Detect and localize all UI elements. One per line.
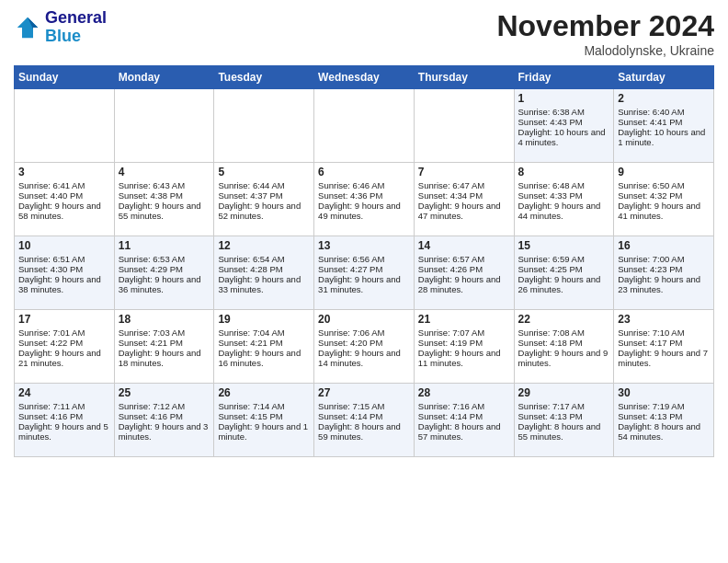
calendar-cell: 26Sunrise: 7:14 AMSunset: 4:15 PMDayligh…: [214, 384, 314, 457]
sunrise-text: Sunrise: 7:01 AM: [18, 327, 110, 338]
col-tuesday: Tuesday: [214, 66, 314, 89]
daylight-text: Daylight: 9 hours and 5 minutes.: [18, 421, 110, 442]
calendar-cell: 2Sunrise: 6:40 AMSunset: 4:41 PMDaylight…: [614, 89, 714, 163]
sunrise-text: Sunrise: 7:17 AM: [518, 401, 610, 411]
daylight-text: Daylight: 9 hours and 16 minutes.: [218, 348, 310, 368]
calendar-week-3: 17Sunrise: 7:01 AMSunset: 4:22 PMDayligh…: [15, 310, 714, 384]
sunset-text: Sunset: 4:23 PM: [618, 264, 710, 274]
sunrise-text: Sunrise: 6:59 AM: [518, 254, 610, 264]
sunrise-text: Sunrise: 7:08 AM: [518, 327, 610, 338]
daylight-text: Daylight: 9 hours and 18 minutes.: [119, 348, 210, 368]
calendar-cell: 7Sunrise: 6:47 AMSunset: 4:34 PMDaylight…: [414, 163, 514, 236]
calendar-cell: 27Sunrise: 7:15 AMSunset: 4:14 PMDayligh…: [314, 384, 415, 457]
daylight-text: Daylight: 8 hours and 55 minutes.: [518, 421, 610, 442]
day-number: 12: [218, 239, 310, 252]
sunset-text: Sunset: 4:43 PM: [518, 117, 610, 127]
day-number: 13: [318, 239, 410, 252]
sunset-text: Sunset: 4:18 PM: [518, 338, 610, 348]
sunset-text: Sunset: 4:14 PM: [418, 411, 510, 421]
sunrise-text: Sunrise: 6:44 AM: [218, 180, 310, 190]
daylight-text: Daylight: 9 hours and 3 minutes.: [119, 421, 210, 442]
col-sunday: Sunday: [15, 66, 115, 89]
day-number: 23: [618, 313, 710, 326]
calendar-cell: 19Sunrise: 7:04 AMSunset: 4:21 PMDayligh…: [214, 310, 314, 384]
sunrise-text: Sunrise: 6:41 AM: [18, 180, 110, 190]
calendar-body: 1Sunrise: 6:38 AMSunset: 4:43 PMDaylight…: [15, 89, 714, 457]
daylight-text: Daylight: 9 hours and 14 minutes.: [318, 348, 410, 368]
daylight-text: Daylight: 9 hours and 9 minutes.: [518, 348, 610, 368]
calendar-cell: 16Sunrise: 7:00 AMSunset: 4:23 PMDayligh…: [614, 236, 714, 310]
sunset-text: Sunset: 4:21 PM: [218, 338, 310, 348]
sunset-text: Sunset: 4:17 PM: [618, 338, 710, 348]
sunset-text: Sunset: 4:14 PM: [318, 411, 410, 421]
sunset-text: Sunset: 4:30 PM: [18, 264, 110, 274]
month-title: November 2024: [496, 9, 714, 43]
logo-text: General Blue: [45, 9, 107, 46]
calendar-cell: 11Sunrise: 6:53 AMSunset: 4:29 PMDayligh…: [114, 236, 214, 310]
day-number: 9: [618, 166, 710, 178]
sunrise-text: Sunrise: 6:56 AM: [318, 254, 410, 264]
day-number: 14: [418, 239, 510, 252]
daylight-text: Daylight: 8 hours and 59 minutes.: [318, 421, 410, 442]
logo-line1: General: [45, 9, 107, 28]
sunrise-text: Sunrise: 7:15 AM: [318, 401, 410, 411]
calendar-cell: 17Sunrise: 7:01 AMSunset: 4:22 PMDayligh…: [15, 310, 115, 384]
calendar-week-0: 1Sunrise: 6:38 AMSunset: 4:43 PMDaylight…: [15, 89, 714, 163]
sunrise-text: Sunrise: 6:46 AM: [318, 180, 410, 190]
header-row: Sunday Monday Tuesday Wednesday Thursday…: [15, 66, 714, 89]
sunrise-text: Sunrise: 6:40 AM: [618, 107, 710, 117]
sunrise-text: Sunrise: 6:43 AM: [119, 180, 210, 190]
logo: General Blue: [14, 9, 107, 46]
sunset-text: Sunset: 4:26 PM: [418, 264, 510, 274]
sunset-text: Sunset: 4:16 PM: [18, 411, 110, 421]
sunrise-text: Sunrise: 7:14 AM: [218, 401, 310, 411]
calendar-cell: [414, 89, 514, 163]
calendar-week-1: 3Sunrise: 6:41 AMSunset: 4:40 PMDaylight…: [15, 163, 714, 236]
calendar-cell: 5Sunrise: 6:44 AMSunset: 4:37 PMDaylight…: [214, 163, 314, 236]
calendar-table: Sunday Monday Tuesday Wednesday Thursday…: [14, 65, 714, 457]
sunrise-text: Sunrise: 6:53 AM: [119, 254, 210, 264]
calendar-cell: 6Sunrise: 6:46 AMSunset: 4:36 PMDaylight…: [314, 163, 415, 236]
day-number: 18: [119, 313, 210, 326]
sunrise-text: Sunrise: 7:10 AM: [618, 327, 710, 338]
day-number: 17: [18, 313, 110, 326]
sunrise-text: Sunrise: 6:57 AM: [418, 254, 510, 264]
day-number: 21: [418, 313, 510, 326]
calendar-cell: 29Sunrise: 7:17 AMSunset: 4:13 PMDayligh…: [514, 384, 614, 457]
day-number: 8: [518, 166, 610, 178]
calendar-cell: 23Sunrise: 7:10 AMSunset: 4:17 PMDayligh…: [614, 310, 714, 384]
daylight-text: Daylight: 9 hours and 21 minutes.: [18, 348, 110, 368]
calendar-cell: 3Sunrise: 6:41 AMSunset: 4:40 PMDaylight…: [15, 163, 115, 236]
logo-line2: Blue: [45, 27, 81, 45]
sunset-text: Sunset: 4:25 PM: [518, 264, 610, 274]
daylight-text: Daylight: 9 hours and 7 minutes.: [618, 348, 710, 368]
day-number: 5: [218, 166, 310, 178]
calendar-header: Sunday Monday Tuesday Wednesday Thursday…: [15, 66, 714, 89]
day-number: 10: [18, 239, 110, 252]
sunrise-text: Sunrise: 7:12 AM: [119, 401, 210, 411]
sunset-text: Sunset: 4:19 PM: [418, 338, 510, 348]
day-number: 16: [618, 239, 710, 252]
day-number: 24: [18, 386, 110, 399]
daylight-text: Daylight: 9 hours and 41 minutes.: [618, 201, 710, 221]
sunset-text: Sunset: 4:38 PM: [119, 190, 210, 201]
col-monday: Monday: [114, 66, 214, 89]
daylight-text: Daylight: 9 hours and 38 minutes.: [18, 274, 110, 294]
daylight-text: Daylight: 10 hours and 1 minute.: [618, 127, 710, 147]
daylight-text: Daylight: 9 hours and 44 minutes.: [518, 201, 610, 221]
day-number: 19: [218, 313, 310, 326]
sunset-text: Sunset: 4:34 PM: [418, 190, 510, 201]
location: Malodolynske, Ukraine: [496, 43, 714, 58]
daylight-text: Daylight: 9 hours and 36 minutes.: [119, 274, 210, 294]
sunset-text: Sunset: 4:32 PM: [618, 190, 710, 201]
sunset-text: Sunset: 4:15 PM: [218, 411, 310, 421]
day-number: 22: [518, 313, 610, 326]
day-number: 6: [318, 166, 410, 178]
daylight-text: Daylight: 9 hours and 52 minutes.: [218, 201, 310, 221]
calendar-cell: 8Sunrise: 6:48 AMSunset: 4:33 PMDaylight…: [514, 163, 614, 236]
calendar-cell: 30Sunrise: 7:19 AMSunset: 4:13 PMDayligh…: [614, 384, 714, 457]
calendar-cell: 13Sunrise: 6:56 AMSunset: 4:27 PMDayligh…: [314, 236, 415, 310]
calendar-cell: 28Sunrise: 7:16 AMSunset: 4:14 PMDayligh…: [414, 384, 514, 457]
day-number: 4: [119, 166, 210, 178]
daylight-text: Daylight: 8 hours and 54 minutes.: [618, 421, 710, 442]
